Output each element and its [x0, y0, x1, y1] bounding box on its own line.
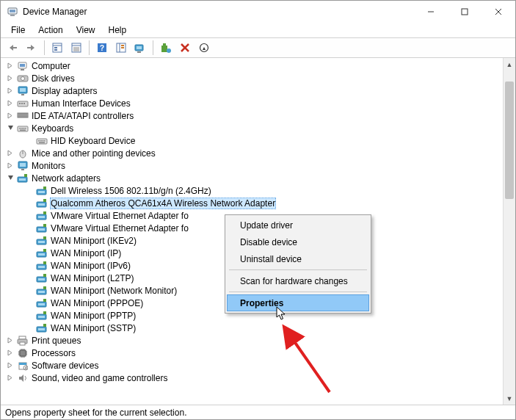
- svg-rect-87: [38, 241, 45, 243]
- svg-rect-96: [38, 278, 45, 280]
- tree-item-ide[interactable]: IDE ATA/ATAPI controllers: [1, 109, 503, 122]
- expander-icon[interactable]: [5, 61, 15, 71]
- menu-file[interactable]: File: [5, 23, 31, 37]
- ide-icon: [17, 110, 29, 122]
- ctx-update-driver[interactable]: Update driver: [227, 217, 369, 233]
- svg-rect-112: [20, 342, 25, 345]
- network-icon: [36, 260, 48, 272]
- mouse-icon: [17, 148, 29, 159]
- scan-hardware-button[interactable]: [131, 40, 149, 56]
- svg-rect-85: [43, 224, 46, 227]
- menu-action[interactable]: Action: [32, 23, 68, 37]
- minimize-button[interactable]: [414, 1, 448, 23]
- tree-label: Human Interface Devices: [31, 98, 131, 109]
- svg-rect-88: [43, 236, 46, 239]
- tree-label: WAN Miniport (PPTP): [50, 310, 137, 322]
- scroll-thumb[interactable]: [505, 82, 514, 199]
- tree-item-adapter[interactable]: Dell Wireless 1506 802.11b/g/n (2.4GHz): [1, 184, 503, 197]
- network-icon: [36, 222, 48, 234]
- toolbar: ?: [1, 37, 515, 58]
- tree-view-container: Computer Disk drives Display adapters Hu…: [1, 58, 515, 405]
- expander-icon[interactable]: [5, 348, 15, 358]
- vertical-scrollbar[interactable]: ▲ ▼: [503, 58, 515, 405]
- svg-rect-35: [21, 69, 24, 70]
- svg-point-129: [25, 367, 26, 369]
- expander-collapse-icon[interactable]: [5, 123, 15, 134]
- svg-rect-53: [19, 128, 21, 129]
- svg-text:?: ?: [100, 44, 104, 52]
- menu-view[interactable]: View: [70, 23, 101, 37]
- tree-label: WAN Miniport (SSTP): [50, 322, 137, 334]
- tree-item-print-queues[interactable]: Print queues: [1, 334, 503, 347]
- forward-button[interactable]: [23, 40, 40, 56]
- expander-icon[interactable]: [5, 73, 15, 84]
- help-button[interactable]: ?: [93, 40, 111, 56]
- expander-icon[interactable]: [5, 86, 15, 96]
- tree-label: Monitors: [31, 160, 66, 172]
- disk-icon: [17, 73, 29, 84]
- tree-item-disk-drives[interactable]: Disk drives: [1, 72, 503, 84]
- tree-label: WAN Miniport (IP): [50, 247, 122, 259]
- ctx-disable-device[interactable]: Disable device: [227, 233, 369, 250]
- ctx-scan-hardware[interactable]: Scan for hardware changes: [227, 272, 369, 289]
- properties-button[interactable]: [68, 40, 85, 56]
- expander-icon[interactable]: [5, 161, 15, 171]
- disable-button[interactable]: [195, 40, 213, 56]
- scroll-down-icon[interactable]: ▼: [504, 392, 515, 405]
- expander-icon[interactable]: [5, 361, 15, 371]
- tree-label: HID Keyboard Device: [50, 135, 136, 147]
- ctx-properties[interactable]: Properties: [227, 294, 369, 311]
- tree-item-processors[interactable]: Processors: [1, 347, 503, 359]
- expander-icon[interactable]: [5, 148, 15, 159]
- update-driver-button[interactable]: [157, 40, 175, 56]
- svg-rect-84: [38, 228, 45, 231]
- svg-rect-65: [39, 142, 45, 143]
- close-button[interactable]: [482, 1, 515, 23]
- tree-item-sound[interactable]: Sound, video and game controllers: [1, 372, 503, 384]
- svg-point-29: [167, 48, 171, 53]
- tree-item-monitors[interactable]: Monitors: [1, 159, 503, 172]
- ctx-uninstall-device[interactable]: Uninstall device: [227, 250, 369, 267]
- tree-label: VMware Virtual Ethernet Adapter fo: [50, 222, 189, 234]
- processor-icon: [17, 347, 29, 359]
- tree-item-display-adapters[interactable]: Display adapters: [1, 84, 503, 97]
- tree-item-hid-keyboard[interactable]: HID Keyboard Device: [1, 134, 503, 147]
- tree-item-hid[interactable]: Human Interface Devices: [1, 97, 503, 109]
- expander-icon[interactable]: [5, 98, 15, 109]
- svg-rect-27: [161, 46, 167, 52]
- action-center-button[interactable]: [112, 40, 130, 56]
- tree-item-mice[interactable]: Mice and other pointing devices: [1, 147, 503, 159]
- show-hide-console-tree-button[interactable]: [48, 40, 66, 56]
- tree-item-software-devices[interactable]: Software devices: [1, 359, 503, 372]
- menu-help[interactable]: Help: [103, 23, 133, 37]
- tree-item-computer[interactable]: Computer: [1, 59, 503, 72]
- tree-item-adapter-selected[interactable]: Qualcomm Atheros QCA61x4A Wireless Netwo…: [1, 197, 503, 209]
- tree-item-network-adapters[interactable]: Network adapters: [1, 172, 503, 184]
- tree-label: WAN Miniport (L2TP): [50, 272, 135, 284]
- uninstall-button[interactable]: [176, 40, 194, 56]
- svg-rect-110: [19, 336, 26, 339]
- svg-rect-39: [20, 88, 26, 92]
- scroll-track[interactable]: [504, 70, 515, 392]
- expander-icon[interactable]: [5, 373, 15, 383]
- tree-label: VMware Virtual Ethernet Adapter fo: [50, 210, 189, 222]
- monitor-icon: [17, 160, 29, 172]
- expander-icon[interactable]: [5, 336, 15, 346]
- expander-icon[interactable]: [5, 111, 15, 121]
- network-icon: [36, 185, 48, 197]
- svg-rect-56: [23, 128, 25, 129]
- scroll-up-icon[interactable]: ▲: [504, 58, 515, 70]
- svg-rect-34: [20, 64, 25, 67]
- hid-icon: [17, 98, 29, 109]
- tree-item-adapter[interactable]: WAN Miniport (SSTP): [1, 322, 503, 334]
- menu-bar: File Action View Help: [1, 23, 515, 37]
- svg-rect-54: [21, 128, 22, 129]
- expander-collapse-icon[interactable]: [5, 173, 15, 184]
- tree-item-keyboards[interactable]: Keyboards: [1, 122, 503, 134]
- ctx-separator: [229, 292, 367, 292]
- svg-rect-61: [40, 140, 41, 142]
- maximize-button[interactable]: [448, 1, 482, 23]
- svg-rect-25: [137, 46, 142, 49]
- back-button[interactable]: [4, 40, 21, 56]
- tree-label: Dell Wireless 1506 802.11b/g/n (2.4GHz): [50, 185, 212, 197]
